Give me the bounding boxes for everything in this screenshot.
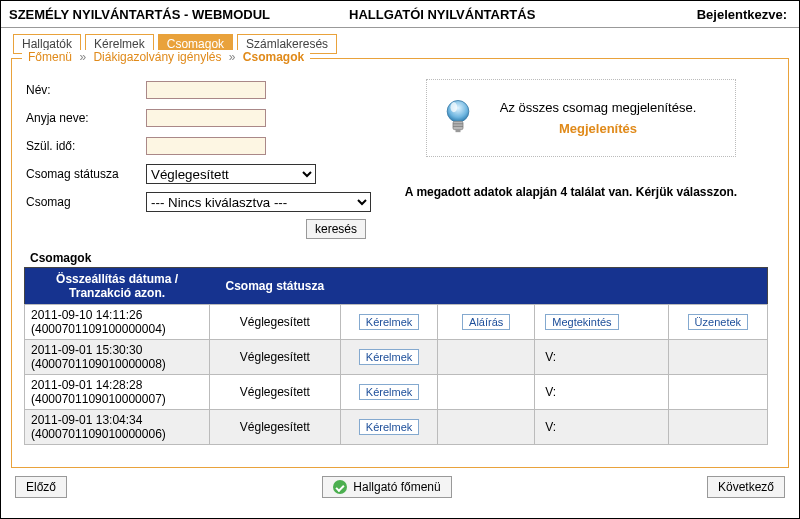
search-form: Név: Anyja neve: Szül. idő: Csomag státu… [26,79,386,239]
hits-text: A megadott adatok alapján 4 találat van.… [386,185,756,199]
cell-status: Véglegesített [209,375,340,410]
info-box: Az összes csomag megjelenítése. Megjelen… [426,79,736,157]
packages-table: Összeállítás dátuma / Tranzakció azon. C… [24,267,768,445]
svg-rect-2 [453,121,463,129]
svg-point-0 [447,101,469,123]
cell-date: 2011-09-10 14:11:26(4000701109100000004) [25,305,210,340]
mother-input[interactable] [146,109,266,127]
breadcrumb-current: Csomagok [243,50,304,64]
top-bar: SZEMÉLY NYILVÁNTARTÁS - WEBMODUL HALLGAT… [1,1,799,28]
bottom-bar: Előző Hallgató főmenü Következő [1,468,799,498]
birth-label: Szül. idő: [26,139,146,153]
view-text: V: [545,350,556,364]
app-title-mid: HALLGATÓI NYILVÁNTARTÁS [309,7,607,22]
cell-status: Véglegesített [209,340,340,375]
cell-status: Véglegesített [209,305,340,340]
svg-rect-5 [456,130,461,133]
view-link[interactable]: Megtekintés [545,314,618,330]
requests-link[interactable]: Kérelmek [359,349,419,365]
breadcrumb-main[interactable]: Főmenü [28,50,72,64]
table-row: 2011-09-01 14:28:28(4000701109010000007)… [25,375,768,410]
name-input[interactable] [146,81,266,99]
login-status: Bejelentkezve: [607,7,799,22]
view-text: V: [545,385,556,399]
table-row: 2011-09-10 14:11:26(4000701109100000004)… [25,305,768,340]
next-button[interactable]: Következő [707,476,785,498]
svg-point-1 [451,102,458,112]
sign-link[interactable]: Aláírás [462,314,510,330]
requests-link[interactable]: Kérelmek [359,314,419,330]
search-button[interactable]: keresés [306,219,366,239]
th-status: Csomag státusza [209,268,340,305]
show-all-link[interactable]: Megjelenítés [559,121,637,136]
info-side: Az összes csomag megjelenítése. Megjelen… [386,79,756,239]
package-select[interactable]: --- Nincs kiválasztva --- [146,192,371,212]
check-icon [333,480,347,494]
view-text: V: [545,420,556,434]
requests-link[interactable]: Kérelmek [359,419,419,435]
cell-date: 2011-09-01 13:04:34(4000701109010000006) [25,410,210,445]
table-row: 2011-09-01 13:04:34(4000701109010000006)… [25,410,768,445]
app-title-left: SZEMÉLY NYILVÁNTARTÁS - WEBMODUL [1,7,309,22]
main-menu-button[interactable]: Hallgató főmenü [322,476,451,498]
cell-date: 2011-09-01 14:28:28(4000701109010000007) [25,375,210,410]
status-select[interactable]: Véglegesített [146,164,316,184]
lightbulb-icon [441,98,475,138]
status-label: Csomag státusza [26,167,146,181]
birth-input[interactable] [146,137,266,155]
th-date-id: Összeállítás dátuma / Tranzakció azon. [25,268,210,305]
messages-link[interactable]: Üzenetek [688,314,748,330]
name-label: Név: [26,83,146,97]
mother-label: Anyja neve: [26,111,146,125]
table-row: 2011-09-01 15:30:30(4000701109010000008)… [25,340,768,375]
breadcrumb: Főmenü » Diákigazolvány igénylés » Csoma… [22,50,310,64]
package-label: Csomag [26,195,146,209]
cell-date: 2011-09-01 15:30:30(4000701109010000008) [25,340,210,375]
prev-button[interactable]: Előző [15,476,67,498]
cell-status: Véglegesített [209,410,340,445]
info-text: Az összes csomag megjelenítése. [475,100,721,115]
main-panel: Főmenü » Diákigazolvány igénylés » Csoma… [11,58,789,468]
main-menu-label: Hallgató főmenü [353,480,440,494]
requests-link[interactable]: Kérelmek [359,384,419,400]
breadcrumb-card[interactable]: Diákigazolvány igénylés [93,50,221,64]
table-title: Csomagok [30,251,776,265]
